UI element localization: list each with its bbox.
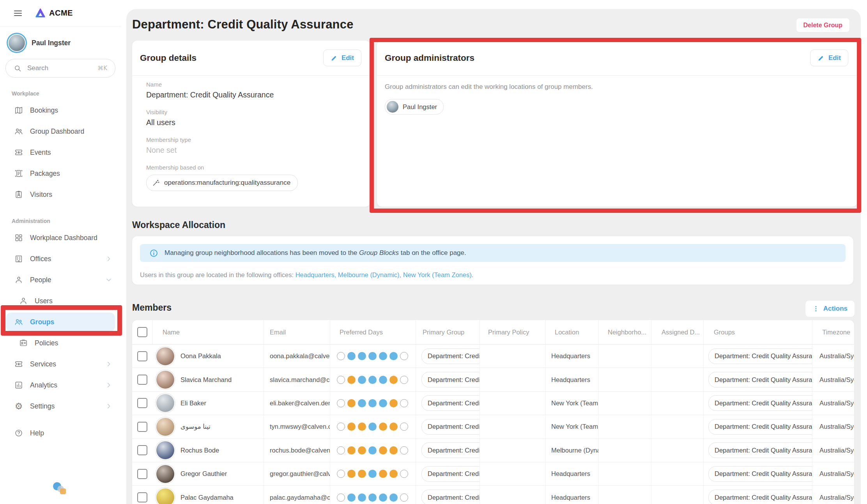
chevron-right-icon: [105, 403, 112, 410]
field-label: Name: [146, 81, 363, 88]
sidebar-item-groups[interactable]: Groups: [6, 313, 115, 331]
members-table: NameEmailPreferred DaysPrimary GroupPrim…: [132, 320, 855, 504]
row-checkbox[interactable]: [137, 422, 147, 432]
preferred-day-dot-orange: [389, 376, 398, 384]
workspace-allocation-card: Managing group neighborhood allocations …: [132, 236, 854, 285]
delete-group-button[interactable]: Delete Group: [796, 18, 850, 32]
sidebar-item-events[interactable]: Events: [0, 142, 121, 163]
cell-timezone: Australia/Sydney: [812, 486, 854, 504]
cell-primary-policy: [480, 486, 545, 504]
avatar: [156, 394, 174, 412]
sidebar-item-label: Offices: [30, 255, 51, 263]
cell-assigned-desk: [651, 345, 703, 368]
cell-assigned-desk: [651, 368, 703, 391]
menu-icon[interactable]: [14, 11, 22, 16]
membership-rule-text: operations:manufacturing:qualityassuranc…: [164, 179, 290, 187]
wand-icon: [152, 179, 160, 187]
field-visibility: Visibility All users: [146, 109, 363, 127]
cell-primary-group: Department: Credit Quality Assurance: [416, 368, 480, 391]
sidebar-item-settings[interactable]: ⚙Settings: [0, 396, 121, 417]
sidebar-item-visitors[interactable]: Visitors: [0, 184, 121, 205]
member-timezone: Australia/Sydney: [819, 352, 854, 360]
sidebar-item-packages[interactable]: Packages: [0, 163, 121, 184]
sidebar-item-offices[interactable]: Offices: [0, 248, 121, 269]
office-link-headquarters[interactable]: Headquarters: [295, 271, 334, 278]
cell-checkbox: [132, 368, 152, 391]
primary-group-chip: Department: Credit Quality Assurance: [421, 348, 480, 364]
user-profile[interactable]: Paul Ingster: [9, 35, 121, 51]
cell-timezone: Australia/Sydney: [812, 392, 854, 415]
member-timezone: Australia/Sydney: [819, 423, 854, 430]
preferred-day-dot-blue: [379, 493, 387, 502]
sidebar-item-help[interactable]: Help: [0, 423, 121, 444]
table-row[interactable]: Slavica Marchandslavica.marchand@calven.…: [132, 368, 854, 391]
sidebar-item-analytics[interactable]: Analytics: [0, 375, 121, 396]
table-row[interactable]: Rochus Boderochus.bode@calven.demoDepart…: [132, 439, 854, 462]
cell-assigned-desk: [651, 462, 703, 485]
cell-groups: Department: Credit Quality Assurance: [703, 368, 812, 391]
cell-name: Rochus Bode: [152, 439, 264, 462]
office-link-new-york-team-zones[interactable]: New York (Team Zones): [403, 271, 472, 278]
cell-primary-policy: [480, 345, 545, 368]
row-checkbox[interactable]: [137, 445, 147, 455]
field-label: Membership based on: [146, 164, 363, 171]
group-chip: Department: Credit Quality Assurance: [708, 395, 812, 411]
row-checkbox[interactable]: [137, 398, 147, 408]
cell-preferred-days: [330, 439, 416, 462]
sidebar-item-users[interactable]: Users: [0, 290, 121, 311]
sidebar-item-policies[interactable]: Policies: [0, 332, 121, 354]
people-icon: [14, 127, 23, 136]
cell-primary-policy: [480, 415, 545, 438]
table-header-row: NameEmailPreferred DaysPrimary GroupPrim…: [132, 320, 854, 345]
sidebar-nav: WorkplaceBookingsGroup DashboardEventsPa…: [0, 90, 121, 444]
sidebar-item-people[interactable]: People: [0, 269, 121, 290]
table-row[interactable]: Palac Gaydamahapalac.gaydamaha@calven.de…: [132, 486, 854, 504]
column-header-primary-group: Primary Group: [416, 320, 480, 344]
avatar: [156, 418, 174, 436]
actions-button[interactable]: Actions: [805, 300, 855, 317]
sidebar-item-group-dashboard[interactable]: Group Dashboard: [0, 121, 121, 142]
member-timezone: Australia/Sydney: [819, 447, 854, 454]
edit-group-administrators-button[interactable]: Edit: [810, 50, 848, 66]
preferred-day-dot-orange: [347, 376, 356, 384]
sidebar-item-services[interactable]: Services: [0, 354, 121, 375]
select-all-checkbox[interactable]: [137, 327, 147, 337]
preferred-day-dot-orange: [358, 446, 366, 454]
member-timezone: Australia/Sydney: [819, 494, 854, 501]
chevron-right-icon: [105, 382, 112, 389]
table-row[interactable]: تينا موسوىtyn.mwswy@calven.demoDepartmen…: [132, 415, 854, 439]
cell-checkbox: [132, 439, 152, 462]
search-input[interactable]: Search ⌘K: [5, 59, 115, 78]
cell-groups: Department: Credit Quality Assurance: [703, 439, 812, 462]
preferred-day-dot-orange: [347, 470, 356, 478]
sidebar-item-bookings[interactable]: Bookings: [0, 100, 121, 121]
cell-groups: Department: Credit Quality Assurance: [703, 392, 812, 415]
preferred-day-dot-blue: [358, 399, 366, 407]
row-checkbox[interactable]: [137, 375, 147, 385]
preferred-day-dot-blue: [379, 399, 387, 407]
cell-location: New York (Team Zones): [545, 392, 598, 415]
map-icon: [14, 106, 23, 115]
row-checkbox[interactable]: [137, 469, 147, 479]
column-header-label: Name: [163, 329, 180, 336]
preferred-day-dot-outline: [400, 376, 408, 384]
cell-primary-policy: [480, 368, 545, 391]
table-row[interactable]: Eli Bakereli.baker@calven.demoDepartment…: [132, 392, 854, 415]
sidebar-item-workplace-dashboard[interactable]: Workplace Dashboard: [0, 227, 121, 248]
cell-preferred-days: [330, 368, 416, 391]
primary-group-chip: Department: Credit Quality Assurance: [421, 466, 480, 482]
cell-primary-group: Department: Credit Quality Assurance: [416, 392, 480, 415]
sidebar-item-label: Analytics: [30, 381, 57, 389]
preferred-day-dot-outline: [400, 470, 408, 478]
column-header-label: Neighborho...: [608, 329, 646, 336]
row-checkbox[interactable]: [137, 492, 147, 502]
column-header-groups: Groups: [703, 320, 812, 344]
row-checkbox[interactable]: [137, 351, 147, 361]
office-link-melbourne-dynamic[interactable]: Melbourne (Dynamic): [338, 271, 400, 278]
preferred-day-dot-blue: [389, 493, 398, 502]
table-row[interactable]: Oona Pakkalaoona.pakkala@calven.demoDepa…: [132, 345, 854, 368]
preferred-day-dot-blue: [368, 399, 377, 407]
cell-timezone: Australia/Sydney: [812, 462, 854, 485]
edit-group-details-button[interactable]: Edit: [323, 50, 361, 66]
table-row[interactable]: Gregor Gauthiergregor.gauthier@calven.de…: [132, 462, 854, 486]
